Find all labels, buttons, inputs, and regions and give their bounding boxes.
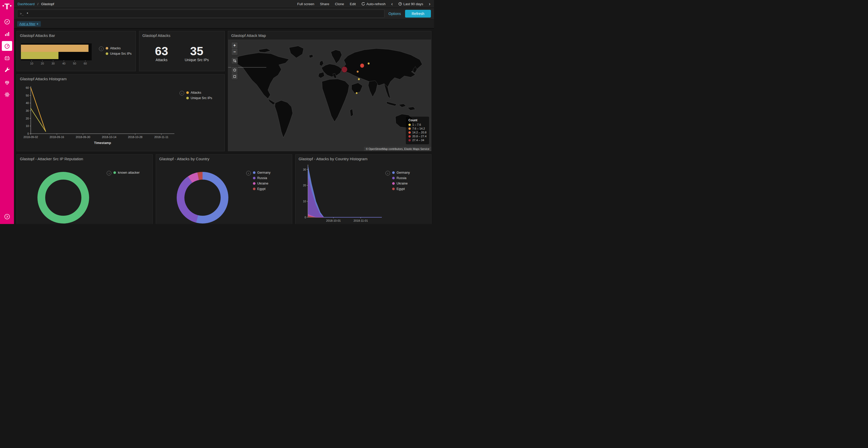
legend-item[interactable]: Germany bbox=[392, 171, 410, 174]
legend-toggle-icon[interactable]: › bbox=[107, 171, 111, 175]
country-donut-chart[interactable] bbox=[159, 162, 246, 224]
attacks-bar-chart[interactable]: 102030405060 bbox=[20, 42, 96, 69]
legend-toggle-icon[interactable]: › bbox=[246, 171, 251, 175]
sidebar-item-tpot[interactable] bbox=[2, 53, 12, 63]
time-prev-button[interactable]: ‹ bbox=[391, 2, 393, 6]
legend-toggle-icon[interactable]: › bbox=[99, 46, 103, 51]
map-legend-title: Count bbox=[408, 118, 427, 122]
svg-text:2018-11-01: 2018-11-01 bbox=[353, 219, 368, 222]
country-legend: › Germany Russia Ukraine Egypt bbox=[246, 171, 289, 193]
sidebar-collapse-button[interactable] bbox=[2, 212, 12, 221]
svg-text:50: 50 bbox=[26, 94, 29, 97]
compass-icon bbox=[4, 19, 10, 25]
panel-attacks-histogram: Glastopf Attacks Histogram 0102030405060… bbox=[17, 74, 225, 151]
legend-item[interactable]: Attacks bbox=[186, 91, 212, 95]
legend-item[interactable]: Egypt bbox=[253, 187, 271, 191]
main-area: Dashboard / Glastopf Full screen Share C… bbox=[14, 0, 434, 224]
svg-text:60: 60 bbox=[26, 86, 29, 89]
svg-text:2018-10-01: 2018-10-01 bbox=[326, 219, 340, 222]
reputation-donut-chart[interactable] bbox=[20, 162, 107, 224]
refresh-button[interactable]: Refresh bbox=[405, 10, 431, 18]
metric-value: 35 bbox=[185, 45, 209, 57]
add-filter-link[interactable]: Add a filter+ bbox=[17, 21, 41, 27]
logo-dot bbox=[10, 5, 11, 6]
panel-title: Glastopf - Attacks by Country Histogram bbox=[296, 154, 431, 162]
bar-chart-icon bbox=[4, 31, 10, 37]
legend-item[interactable]: Ukraine bbox=[392, 182, 410, 185]
legend-item[interactable]: Russia bbox=[253, 176, 271, 180]
attack-map[interactable]: + − bbox=[228, 39, 431, 151]
sidebar-item-visualize[interactable] bbox=[2, 29, 12, 39]
rectangle-icon bbox=[233, 75, 237, 78]
legend-color-dot bbox=[392, 182, 395, 185]
share-button[interactable]: Share bbox=[320, 2, 330, 6]
logo-letter: T bbox=[4, 3, 9, 10]
attacks-histogram-chart[interactable]: 01020304050602018-09-022018-09-162018-09… bbox=[20, 83, 178, 145]
app-sidebar: T bbox=[0, 0, 14, 224]
sidebar-item-dashboard[interactable] bbox=[2, 41, 12, 51]
legend-toggle-icon[interactable]: › bbox=[180, 91, 184, 96]
legend-item[interactable]: known attacker bbox=[114, 171, 140, 174]
tmobile-logo[interactable]: T bbox=[2, 3, 12, 14]
map-attribution[interactable]: © OpenStreetMap contributors, Elastic Ma… bbox=[364, 147, 431, 151]
map-rectangle-button[interactable] bbox=[231, 73, 238, 80]
legend-color-dot bbox=[106, 53, 108, 55]
legend-item: 27.4 – 34 bbox=[408, 139, 427, 142]
legend-item[interactable]: Attacks bbox=[106, 46, 131, 50]
breadcrumb-separator: / bbox=[37, 2, 38, 6]
plus-icon: + bbox=[36, 22, 38, 26]
map-zoom-in-button[interactable]: + bbox=[231, 42, 238, 49]
svg-text:2018-09-02: 2018-09-02 bbox=[24, 136, 38, 139]
attacks-bar-legend: › Attacks Unique Src IPs bbox=[99, 46, 131, 57]
legend-color-dot bbox=[408, 128, 411, 130]
legend-color-dot bbox=[408, 131, 411, 134]
options-link[interactable]: Options bbox=[389, 12, 401, 16]
breadcrumb: Dashboard / Glastopf bbox=[18, 2, 54, 6]
app-root: T bbox=[0, 0, 434, 224]
sidebar-item-monitoring[interactable] bbox=[2, 77, 12, 87]
legend-item[interactable]: Unique Src IPs bbox=[186, 96, 212, 100]
breadcrumb-dashboard-link[interactable]: Dashboard bbox=[18, 2, 35, 6]
sidebar-item-devtools[interactable] bbox=[2, 65, 12, 75]
svg-text:60: 60 bbox=[84, 62, 87, 65]
panel-title: Glastopf Attacks Bar bbox=[17, 31, 135, 38]
map-crop-button[interactable] bbox=[231, 57, 238, 64]
time-picker-button[interactable]: Last 90 days bbox=[398, 2, 423, 6]
legend-color-dot bbox=[186, 97, 189, 99]
legend-item[interactable]: Germany bbox=[253, 171, 271, 174]
legend-item: 7.6 – 14.2 bbox=[408, 127, 427, 130]
legend-item[interactable]: Unique Src IPs bbox=[106, 52, 131, 56]
legend-color-dot bbox=[392, 187, 395, 190]
legend-color-dot bbox=[408, 135, 411, 138]
legend-item[interactable]: Russia bbox=[392, 176, 410, 180]
legend-color-dot bbox=[408, 124, 411, 126]
legend-item[interactable]: Ukraine bbox=[253, 182, 271, 185]
edit-button[interactable]: Edit bbox=[350, 2, 356, 6]
map-controls: + − bbox=[231, 42, 238, 80]
legend-item[interactable]: Egypt bbox=[392, 187, 410, 191]
svg-text:30: 30 bbox=[52, 62, 55, 65]
svg-text:2018-09-30: 2018-09-30 bbox=[76, 136, 90, 139]
country-histogram-chart[interactable]: 01020302018-10-012018-11-01Timestamp bbox=[299, 163, 385, 224]
legend-color-dot bbox=[106, 47, 108, 49]
time-next-button[interactable]: › bbox=[429, 2, 430, 6]
sidebar-item-management[interactable] bbox=[2, 90, 12, 99]
svg-text:10: 10 bbox=[26, 125, 29, 128]
bot-icon bbox=[4, 55, 10, 61]
auto-refresh-button[interactable]: Auto-refresh bbox=[362, 2, 385, 6]
svg-text:20: 20 bbox=[41, 62, 44, 65]
query-input[interactable]: >_ * bbox=[17, 9, 384, 18]
map-zoom-out-button[interactable]: − bbox=[231, 48, 238, 55]
clone-button[interactable]: Clone bbox=[335, 2, 344, 6]
legend-toggle-icon[interactable]: › bbox=[385, 171, 390, 175]
sidebar-item-discover[interactable] bbox=[2, 17, 12, 27]
map-count-legend: Count 1 – 7.6 7.6 – 14.2 14.2 – 20.8 20.… bbox=[406, 117, 429, 144]
fullscreen-button[interactable]: Full screen bbox=[297, 2, 314, 6]
panel-title: Glastopf Attacks Histogram bbox=[17, 75, 224, 81]
world-map[interactable] bbox=[228, 39, 431, 151]
map-polygon-button[interactable] bbox=[231, 67, 238, 73]
crop-icon bbox=[233, 59, 237, 63]
svg-text:0: 0 bbox=[305, 216, 306, 219]
metric-group: 63 Attacks 35 Unique Src IPs bbox=[139, 45, 224, 62]
panel-title: Glastopf Attacks bbox=[139, 31, 224, 38]
